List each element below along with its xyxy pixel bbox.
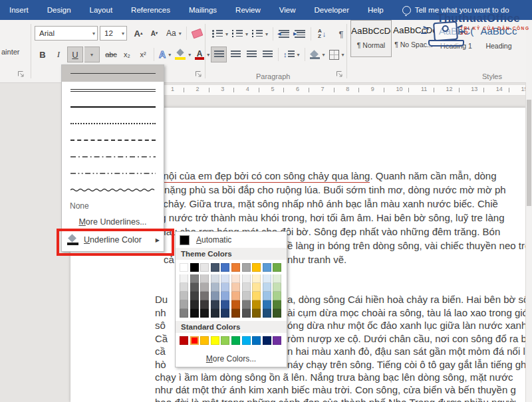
- subscript-button[interactable]: x₂: [120, 47, 134, 62]
- numbering-button[interactable]: ▾: [231, 27, 249, 41]
- tab-design[interactable]: Design: [38, 0, 80, 20]
- color-swatch[interactable]: [211, 263, 219, 272]
- font-dialog-launcher-icon[interactable]: [195, 70, 202, 78]
- format-painter-label[interactable]: ainter: [1, 48, 20, 56]
- color-swatch[interactable]: [211, 336, 219, 345]
- color-swatch[interactable]: [252, 292, 261, 300]
- ruler[interactable]: 123456789101112131415: [164, 84, 527, 96]
- color-swatch[interactable]: [263, 300, 271, 309]
- bold-button[interactable]: B: [35, 47, 50, 62]
- color-swatch[interactable]: [221, 300, 229, 309]
- underline-none-option[interactable]: None: [62, 198, 164, 214]
- automatic-color-option[interactable]: Automatic: [176, 232, 287, 248]
- color-swatch[interactable]: [231, 300, 240, 309]
- style-normal[interactable]: AaBbCcDc ¶ Normal: [350, 20, 392, 57]
- justify-button[interactable]: [260, 47, 275, 62]
- font-color-button[interactable]: A▾: [194, 47, 211, 62]
- shading-button[interactable]: ▾: [309, 47, 327, 62]
- color-swatch[interactable]: [263, 274, 271, 283]
- font-size-combo[interactable]: 12 ▾: [100, 26, 127, 41]
- color-swatch[interactable]: [190, 283, 199, 292]
- vertical-scrollbar[interactable]: [525, 20, 532, 402]
- color-swatch[interactable]: [273, 263, 281, 272]
- color-swatch[interactable]: [211, 300, 219, 309]
- color-swatch[interactable]: [231, 309, 240, 318]
- bullets-button[interactable]: ▾: [211, 27, 229, 41]
- color-swatch[interactable]: [200, 336, 209, 345]
- style-no-spacing[interactable]: AaBbCcDc ¶ No Spac...: [393, 20, 434, 57]
- color-swatch[interactable]: [200, 263, 209, 272]
- color-swatch[interactable]: [200, 274, 209, 283]
- color-swatch[interactable]: [231, 292, 240, 300]
- chevron-down-icon[interactable]: ▾: [122, 31, 124, 37]
- color-swatch[interactable]: [242, 263, 251, 272]
- align-right-button[interactable]: [244, 47, 259, 62]
- color-swatch[interactable]: [190, 274, 199, 283]
- color-swatch[interactable]: [221, 336, 229, 345]
- text-effects-button[interactable]: A▾: [158, 47, 172, 62]
- color-swatch[interactable]: [211, 309, 219, 318]
- underline-style-wavy[interactable]: [62, 181, 164, 198]
- tab-references[interactable]: References: [122, 0, 180, 20]
- tab-insert[interactable]: Insert: [0, 0, 38, 20]
- color-swatch[interactable]: [221, 274, 229, 283]
- color-swatch[interactable]: [221, 263, 229, 272]
- paragraph-dialog-launcher-icon[interactable]: [336, 70, 343, 78]
- color-swatch[interactable]: [221, 309, 229, 318]
- line-spacing-button[interactable]: ↕ ▾: [282, 47, 301, 62]
- color-swatch[interactable]: [273, 292, 281, 300]
- color-swatch[interactable]: [231, 263, 240, 272]
- style-heading2[interactable]: AaBbCc Heading: [478, 20, 519, 57]
- color-swatch[interactable]: [273, 283, 281, 292]
- color-swatch[interactable]: [263, 263, 271, 272]
- color-swatch[interactable]: [242, 283, 251, 292]
- more-colors-option[interactable]: More Colors...: [176, 351, 287, 367]
- color-swatch[interactable]: [252, 263, 261, 272]
- align-left-button[interactable]: [211, 47, 227, 62]
- color-swatch[interactable]: [252, 274, 261, 283]
- shrink-font-button[interactable]: A▾: [147, 26, 162, 41]
- color-swatch[interactable]: [242, 309, 251, 318]
- color-swatch[interactable]: [252, 283, 261, 292]
- color-swatch[interactable]: [200, 292, 209, 300]
- underline-dropdown-button[interactable]: ▾: [84, 47, 100, 62]
- tab-view[interactable]: View: [270, 0, 305, 20]
- multilevel-list-button[interactable]: ▾: [251, 27, 269, 41]
- color-swatch[interactable]: [200, 300, 209, 309]
- underline-button[interactable]: U: [67, 47, 83, 62]
- highlight-color-button[interactable]: ▾: [174, 47, 192, 62]
- color-swatch[interactable]: [221, 292, 229, 300]
- color-swatch[interactable]: [263, 336, 271, 345]
- clipboard-dialog-launcher-icon[interactable]: [17, 70, 25, 78]
- color-swatch[interactable]: [231, 336, 240, 345]
- color-swatch[interactable]: [252, 300, 261, 309]
- color-swatch[interactable]: [190, 292, 199, 300]
- color-swatch[interactable]: [221, 283, 229, 292]
- color-swatch[interactable]: [263, 283, 271, 292]
- clear-formatting-button[interactable]: [190, 26, 205, 41]
- underline-style-dash-dot[interactable]: [62, 148, 164, 165]
- decrease-indent-button[interactable]: ◀: [277, 27, 291, 41]
- color-swatch[interactable]: [273, 300, 281, 309]
- color-swatch[interactable]: [211, 283, 219, 292]
- style-heading1[interactable]: AaBbC( Heading 1: [436, 20, 477, 57]
- tab-developer[interactable]: Developer: [305, 0, 358, 20]
- tab-layout[interactable]: Layout: [80, 0, 122, 20]
- color-swatch[interactable]: [211, 274, 219, 283]
- underline-style-single[interactable]: [62, 65, 164, 82]
- color-swatch[interactable]: [190, 263, 199, 272]
- color-swatch[interactable]: [242, 274, 251, 283]
- color-swatch[interactable]: [252, 336, 261, 345]
- color-swatch[interactable]: [200, 309, 209, 318]
- align-center-button[interactable]: [228, 47, 243, 62]
- underline-style-dotted[interactable]: [62, 115, 164, 132]
- color-swatch[interactable]: [252, 309, 261, 318]
- italic-button[interactable]: I: [51, 47, 66, 62]
- tab-help[interactable]: Help: [358, 0, 393, 20]
- color-swatch[interactable]: [180, 283, 188, 292]
- strikethrough-button[interactable]: abc: [104, 47, 118, 62]
- color-swatch[interactable]: [231, 274, 240, 283]
- color-swatch[interactable]: [190, 300, 199, 309]
- more-underlines-option[interactable]: More Underlines...: [62, 214, 164, 230]
- color-swatch[interactable]: [180, 309, 188, 318]
